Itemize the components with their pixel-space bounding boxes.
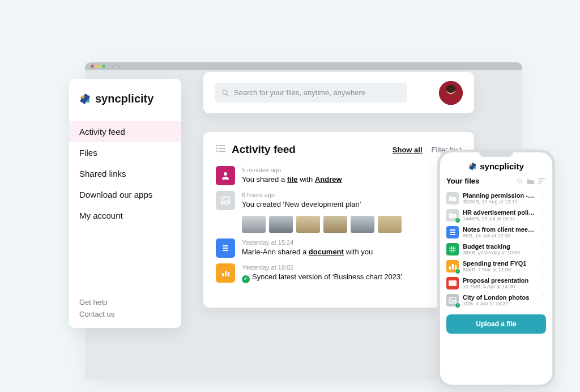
thumbnail[interactable] [242, 216, 266, 233]
more-icon[interactable]: ⋮ [539, 243, 546, 246]
file-type-icon [446, 294, 459, 306]
file-name: Budget tracking [463, 243, 535, 250]
activity-text: You created ‘New development plan’ [242, 199, 361, 210]
file-meta: 1GB, 3 Jun at 18:22 [463, 301, 535, 306]
document-link[interactable]: document [309, 248, 344, 256]
file-row[interactable]: Notes from client meeting 8KB, 14 Jun at… [446, 224, 546, 241]
sidebar-item-files[interactable]: Files [69, 142, 181, 163]
svg-point-6 [216, 145, 218, 147]
document-icon [216, 238, 235, 258]
activity-feed-card: Activity feed Show all Filter by t 5 min… [203, 132, 474, 308]
phone-brand-logo: syncplicity [446, 161, 546, 171]
minimize-dot[interactable] [96, 65, 100, 68]
phone-notch [479, 152, 513, 157]
sidebar-item-shared-links[interactable]: Shared links [69, 163, 181, 184]
thumbnail[interactable] [351, 216, 374, 233]
svg-line-3 [227, 93, 229, 96]
svg-point-16 [474, 167, 476, 169]
activity-row[interactable]: Yesterday at 18:02 Synced latest version… [216, 263, 462, 283]
more-icon[interactable]: ⋮ [539, 192, 546, 195]
phone-mockup: syncplicity Your files + Planning permis… [437, 150, 555, 387]
file-name: HR advertisement policies [463, 209, 535, 216]
file-name: Notes from client meeting [463, 226, 535, 233]
sidebar-item-activity-feed[interactable]: Activity feed [69, 121, 181, 142]
activity-row[interactable]: Yesterday at 15:24 Marie-Ann shared a do… [216, 238, 462, 258]
sync-check-icon [242, 275, 250, 283]
svg-point-12 [224, 172, 227, 176]
more-icon[interactable]: ⋮ [539, 209, 546, 212]
file-row[interactable]: City of London photos 1GB, 3 Jun at 18:2… [446, 292, 546, 309]
file-type-icon [446, 243, 459, 255]
close-dot[interactable] [91, 65, 94, 68]
file-name: Spending trend FYQ1 [463, 260, 535, 267]
thumbnail[interactable] [323, 216, 347, 233]
svg-point-14 [223, 199, 225, 201]
activity-time: Yesterday at 18:02 [242, 263, 402, 272]
svg-line-18 [521, 182, 523, 184]
thumbnail[interactable] [296, 216, 320, 233]
file-link[interactable]: file [287, 175, 298, 184]
file-type-icon [446, 277, 459, 289]
search-placeholder: Search for your files, anytime, anywhere [234, 88, 365, 97]
sidebar-item-download-apps[interactable]: Download our apps [69, 184, 181, 205]
sort-icon[interactable] [538, 178, 546, 185]
sidebar-item-my-account[interactable]: My account [69, 205, 181, 226]
avatar[interactable] [439, 81, 463, 105]
activity-time: 6 hours ago [242, 191, 361, 199]
nav-arrows[interactable]: ‹ › [112, 63, 122, 70]
activity-row[interactable]: 5 minutes ago You shared a file with And… [216, 166, 462, 185]
file-meta: 38KB, yesterday at 10:09 [463, 250, 535, 255]
svg-rect-11 [219, 151, 225, 152]
file-name: City of London photos [463, 294, 535, 301]
svg-point-10 [216, 151, 218, 152]
activity-row[interactable]: 6 hours ago You created ‘New development… [216, 191, 462, 210]
thumbnail[interactable] [378, 216, 402, 233]
sync-check-icon [455, 302, 460, 308]
svg-rect-22 [538, 183, 541, 184]
svg-rect-7 [219, 145, 225, 146]
contact-us-link[interactable]: Contact us [79, 308, 171, 320]
upload-file-button[interactable]: Upload a file [446, 314, 546, 334]
file-type-icon [446, 226, 459, 238]
sync-check-icon [455, 269, 460, 274]
user-link[interactable]: Andrew [315, 175, 342, 184]
file-row[interactable]: Proposal presentation 10.7MB, 4 Apr at 1… [446, 275, 546, 292]
more-icon[interactable]: ⋮ [539, 226, 546, 229]
svg-rect-9 [219, 148, 225, 149]
thumbnail[interactable] [269, 216, 293, 233]
activity-text: You shared a file with Andrew [242, 174, 342, 185]
activity-text: Marie-Ann shared a document with you [242, 247, 373, 257]
file-row[interactable]: Spending trend FYQ1 80KB, 7 Mar at 12:00… [446, 258, 546, 275]
file-row[interactable]: HR advertisement policies 144MB, 29 Jul … [446, 207, 546, 224]
person-icon [216, 166, 235, 185]
search-input[interactable]: Search for your files, anytime, anywhere [215, 83, 407, 103]
feed-title: Activity feed [232, 143, 387, 156]
image-icon [216, 191, 235, 210]
more-icon[interactable]: ⋮ [539, 260, 546, 263]
svg-point-2 [223, 90, 227, 94]
svg-point-15 [470, 164, 472, 166]
maximize-dot[interactable] [102, 65, 105, 68]
brand-logo[interactable]: syncplicity [69, 92, 181, 121]
more-icon[interactable]: ⋮ [539, 294, 546, 297]
svg-point-0 [82, 95, 85, 99]
svg-point-8 [216, 148, 218, 150]
top-bar: Search for your files, anytime, anywhere [203, 72, 474, 113]
file-name: Planning permission - FYQ2 [463, 192, 535, 199]
activity-time: 5 minutes ago [242, 166, 342, 174]
svg-rect-28 [449, 280, 457, 286]
file-name: Proposal presentation [463, 277, 535, 284]
file-row[interactable]: Budget tracking 38KB, yesterday at 10:09… [446, 241, 546, 258]
search-icon[interactable] [517, 178, 523, 185]
your-files-heading: Your files [446, 177, 479, 185]
get-help-link[interactable]: Get help [79, 296, 171, 308]
sidebar-footer: Get help Contact us [69, 296, 181, 320]
brand-name: syncplicity [480, 161, 524, 171]
file-row[interactable]: Planning permission - FYQ2 302MB, 17 Aug… [446, 190, 546, 207]
sidebar: syncplicity Activity feed Files Shared l… [69, 79, 181, 328]
file-list: Planning permission - FYQ2 302MB, 17 Aug… [446, 190, 546, 309]
more-icon[interactable]: ⋮ [539, 277, 546, 280]
svg-point-17 [518, 178, 522, 182]
show-all-link[interactable]: Show all [393, 146, 423, 154]
new-folder-icon[interactable]: + [527, 178, 535, 185]
